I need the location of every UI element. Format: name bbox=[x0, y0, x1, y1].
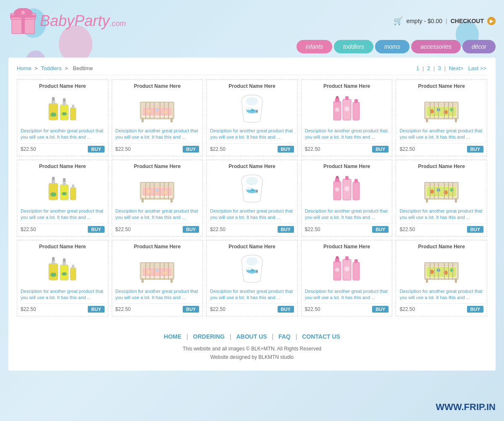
svg-point-149 bbox=[156, 269, 158, 271]
product-card: Product Name Here Desciption for a bbox=[396, 240, 487, 317]
pagination-page-1[interactable]: 1 bbox=[416, 65, 419, 71]
product-image[interactable] bbox=[305, 172, 389, 205]
checkout-arrow-icon: ▶ bbox=[487, 17, 496, 25]
product-image[interactable] bbox=[21, 92, 105, 125]
product-image[interactable] bbox=[116, 172, 200, 205]
svg-point-159 bbox=[249, 268, 252, 270]
buy-button[interactable]: BUY bbox=[372, 146, 388, 153]
product-name: Product Name Here bbox=[210, 163, 294, 169]
svg-point-90 bbox=[156, 189, 158, 191]
product-image[interactable] bbox=[21, 252, 105, 286]
product-name: Product Name Here bbox=[116, 163, 200, 169]
footer-ordering-link[interactable]: ORDERING bbox=[193, 333, 225, 340]
footer-about-link[interactable]: ABOUT US bbox=[236, 333, 267, 340]
product-image[interactable] bbox=[399, 252, 483, 286]
product-image[interactable] bbox=[305, 92, 389, 125]
buy-button[interactable]: BUY bbox=[467, 306, 483, 313]
svg-rect-27 bbox=[142, 118, 144, 122]
svg-rect-66 bbox=[49, 183, 58, 200]
product-grid-row-3: Product Name Here Desciption for another… bbox=[17, 240, 487, 317]
svg-rect-107 bbox=[354, 179, 358, 183]
product-description: Desciption for another great product tha… bbox=[210, 288, 294, 301]
product-card: Product Name Here Desciption for another… bbox=[301, 160, 393, 237]
nav-toddlers[interactable]: toddlers bbox=[334, 40, 373, 53]
breadcrumb-sep2: > bbox=[65, 65, 69, 71]
logo-gift-icon bbox=[8, 4, 38, 38]
pagination-page-3[interactable]: 3 bbox=[438, 65, 441, 71]
product-grid-row-1: Product Name Here Desciption for another… bbox=[17, 79, 487, 156]
svg-point-150 bbox=[164, 271, 167, 274]
svg-point-31 bbox=[156, 108, 158, 111]
pagination-next[interactable]: Next> bbox=[449, 65, 463, 71]
breadcrumb-toddlers[interactable]: Toddlers bbox=[41, 65, 62, 71]
product-image[interactable] bbox=[210, 172, 294, 205]
buy-button[interactable]: BUY bbox=[278, 146, 294, 153]
svg-point-108 bbox=[335, 187, 339, 192]
product-price: $22.50 bbox=[399, 306, 415, 312]
svg-rect-17 bbox=[70, 108, 76, 120]
svg-rect-182 bbox=[426, 279, 428, 283]
svg-point-130 bbox=[54, 273, 55, 274]
breadcrumb-row: Home > Toddlers > Bedtime 1 | 2 | 3 | Ne… bbox=[17, 62, 487, 75]
buy-button[interactable]: BUY bbox=[372, 306, 388, 313]
pagination-last[interactable]: Last >> bbox=[468, 65, 486, 71]
svg-point-33 bbox=[246, 97, 258, 105]
product-image[interactable] bbox=[116, 252, 200, 286]
product-description: Desciption for another great product tha… bbox=[305, 128, 389, 141]
product-price: $22.50 bbox=[116, 226, 131, 232]
buy-button[interactable]: BUY bbox=[278, 226, 294, 233]
nav-infants[interactable]: infants bbox=[297, 40, 332, 53]
product-card: Product Name Here bbox=[206, 240, 298, 317]
footer-faq-link[interactable]: FAQ bbox=[278, 333, 291, 340]
checkout-link[interactable]: CHECKOUT bbox=[451, 18, 484, 24]
product-description: Desciption for another great product tha… bbox=[399, 288, 483, 301]
svg-rect-47 bbox=[353, 102, 360, 120]
buy-button[interactable]: BUY bbox=[88, 146, 104, 153]
product-description: Desciption for another great product tha… bbox=[116, 288, 200, 301]
svg-rect-77 bbox=[72, 184, 74, 188]
svg-point-92 bbox=[246, 177, 258, 185]
svg-point-11 bbox=[51, 113, 53, 114]
svg-point-30 bbox=[147, 110, 150, 113]
svg-rect-64 bbox=[426, 118, 428, 122]
header: BabyParty.com 🛒 empty - $0.00 | CHECKOUT… bbox=[0, 0, 504, 38]
buy-button[interactable]: BUY bbox=[467, 146, 483, 153]
nav-moms[interactable]: moms bbox=[375, 40, 410, 53]
svg-point-41 bbox=[249, 108, 252, 110]
buy-button[interactable]: BUY bbox=[183, 306, 199, 313]
product-description: Desciption for another great product tha… bbox=[116, 208, 200, 221]
product-image[interactable] bbox=[399, 172, 483, 205]
svg-point-49 bbox=[335, 108, 339, 112]
buy-button[interactable]: BUY bbox=[372, 226, 388, 233]
product-name: Product Name Here bbox=[305, 163, 389, 169]
buy-button[interactable]: BUY bbox=[467, 226, 483, 233]
nav-decor[interactable]: décor bbox=[462, 40, 496, 53]
buy-button[interactable]: BUY bbox=[88, 226, 104, 233]
svg-rect-162 bbox=[336, 256, 339, 259]
svg-point-6 bbox=[21, 11, 25, 15]
nav-accessories[interactable]: accessories bbox=[411, 40, 461, 53]
product-image[interactable] bbox=[210, 92, 294, 125]
product-name: Product Name Here bbox=[399, 244, 483, 250]
pagination-page-2[interactable]: 2 bbox=[427, 65, 430, 71]
product-image[interactable] bbox=[210, 252, 294, 286]
product-image[interactable] bbox=[116, 92, 200, 125]
buy-button[interactable]: BUY bbox=[183, 226, 199, 233]
svg-rect-86 bbox=[142, 198, 144, 203]
product-footer: $22.50 BUY bbox=[399, 143, 483, 153]
svg-point-109 bbox=[344, 186, 349, 191]
product-footer: $22.50 BUY bbox=[305, 224, 389, 233]
footer-contact-link[interactable]: CONTACT US bbox=[302, 333, 340, 340]
product-price: $22.50 bbox=[399, 226, 415, 232]
svg-rect-123 bbox=[426, 198, 428, 203]
product-image[interactable] bbox=[399, 92, 483, 125]
product-image[interactable] bbox=[21, 172, 105, 205]
product-image[interactable] bbox=[305, 252, 389, 286]
buy-button[interactable]: BUY bbox=[88, 306, 104, 313]
buy-button[interactable]: BUY bbox=[278, 306, 294, 313]
footer-home-link[interactable]: HOME bbox=[164, 333, 181, 340]
product-card: Product Name Here bbox=[206, 79, 298, 156]
buy-button[interactable]: BUY bbox=[183, 146, 199, 153]
product-description: Desciption for another great product tha… bbox=[305, 208, 389, 221]
breadcrumb-home[interactable]: Home bbox=[17, 65, 32, 71]
